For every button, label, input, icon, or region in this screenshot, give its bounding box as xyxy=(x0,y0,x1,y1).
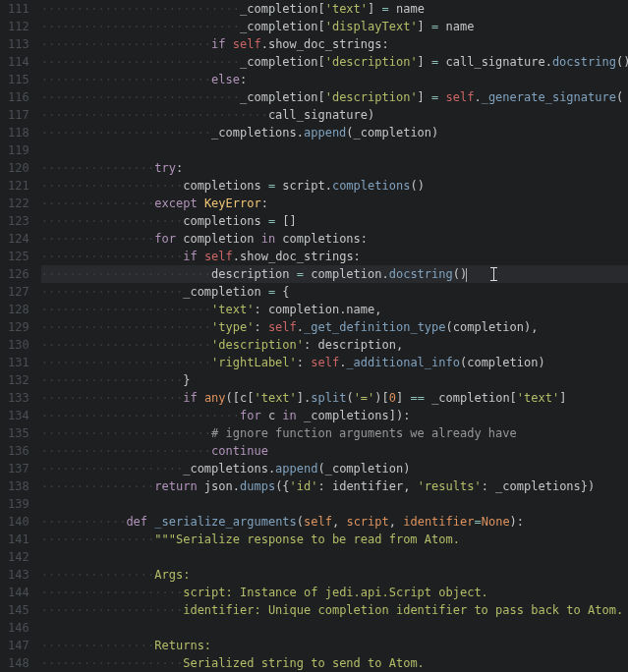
code-line[interactable] xyxy=(41,495,628,513)
code-line[interactable]: ························else: xyxy=(41,71,628,88)
code-line[interactable]: ····························_completion[… xyxy=(41,18,628,35)
indent-guides: ························ xyxy=(41,426,211,440)
line-number: 127 xyxy=(8,283,29,301)
token-var xyxy=(438,90,445,104)
token-str: 'rightLabel' xyxy=(211,356,297,369)
code-line[interactable]: ····························_completion[… xyxy=(41,53,628,71)
token-var: ] xyxy=(418,20,431,33)
token-param: script xyxy=(346,515,388,529)
code-area[interactable]: ····························_completion[… xyxy=(41,0,628,672)
token-fn: completions xyxy=(332,179,410,193)
code-line[interactable]: ················return json.dumps({'id':… xyxy=(41,477,628,495)
code-line[interactable]: ································call_sig… xyxy=(41,106,628,124)
code-line[interactable]: ····················if any([c['text'].sp… xyxy=(41,389,628,407)
token-var: )[ xyxy=(374,391,388,405)
line-number: 133 xyxy=(8,389,29,407)
token-str: 'text' xyxy=(325,2,368,16)
code-line[interactable]: ····················_completions.append(… xyxy=(41,460,628,477)
line-number: 122 xyxy=(8,195,29,212)
token-kw: for xyxy=(154,232,176,246)
token-kw: else xyxy=(211,73,240,86)
vertical-scrollbar[interactable] xyxy=(618,0,628,672)
token-var: ([c[ xyxy=(226,391,255,405)
code-line[interactable]: ················for completion in comple… xyxy=(41,230,628,248)
indent-guides: ···················· xyxy=(41,656,184,670)
line-number: 130 xyxy=(8,336,29,354)
line-number: 120 xyxy=(8,159,29,177)
code-line[interactable]: ····························for c in _co… xyxy=(41,407,628,424)
code-line[interactable]: ····················script: Instance of … xyxy=(41,584,628,601)
code-line[interactable]: ····················identifier: Unique c… xyxy=(41,601,628,619)
code-line[interactable]: ····················completions = script… xyxy=(41,177,628,195)
code-line[interactable]: ················except KeyError: xyxy=(41,195,628,212)
token-fn: _get_definition_type xyxy=(304,320,446,334)
token-var: completions: xyxy=(275,232,368,246)
indent-guides: ························ xyxy=(41,356,211,369)
code-line[interactable]: ················Args: xyxy=(41,566,628,584)
code-line[interactable]: ················try: xyxy=(41,159,628,177)
line-number: 148 xyxy=(8,654,29,672)
code-line[interactable]: ························'type': self._ge… xyxy=(41,318,628,336)
token-var xyxy=(198,250,204,263)
mouse-ibeam-cursor-icon xyxy=(489,267,499,281)
code-line[interactable] xyxy=(41,619,628,637)
token-var: ] xyxy=(418,55,431,69)
line-number: 117 xyxy=(8,106,29,124)
line-number: 112 xyxy=(8,18,29,35)
code-line[interactable]: ························# ignore functio… xyxy=(41,424,628,442)
line-number: 135 xyxy=(8,424,29,442)
token-str: '=' xyxy=(354,391,375,405)
indent-guides: ············ xyxy=(41,515,127,529)
token-var: show_doc_strings: xyxy=(268,37,389,51)
token-type: KeyError xyxy=(204,196,261,210)
indent-guides: ···················· xyxy=(41,603,184,617)
token-str: 'displayText' xyxy=(325,20,418,33)
token-kw: try xyxy=(154,161,176,175)
code-line[interactable]: ····················_completion = { xyxy=(41,283,628,301)
code-line[interactable]: ························_completions.app… xyxy=(41,124,628,141)
indent-guides: ···················· xyxy=(41,285,184,299)
token-str: Args: xyxy=(154,568,190,582)
code-line[interactable]: ························'rightLabel': se… xyxy=(41,354,628,371)
code-line[interactable]: ····························_completion[… xyxy=(41,88,628,106)
code-line[interactable]: ························if self.show_doc… xyxy=(41,35,628,53)
token-var: call_signature) xyxy=(268,108,374,122)
token-param: self xyxy=(304,515,332,529)
code-line[interactable]: ························description = co… xyxy=(41,265,628,283)
line-number: 115 xyxy=(8,71,29,88)
token-var: _completion xyxy=(183,285,268,299)
code-line[interactable] xyxy=(41,141,628,159)
code-line[interactable]: ····················} xyxy=(41,371,628,389)
token-var: .show_doc_strings: xyxy=(233,250,361,263)
line-number: 131 xyxy=(8,354,29,371)
token-var: : xyxy=(261,196,268,210)
code-line[interactable]: ················Returns: xyxy=(41,637,628,654)
indent-guides: ················ xyxy=(41,232,155,246)
token-var xyxy=(198,196,204,210)
token-num: 0 xyxy=(389,391,396,405)
token-var: (_completion) xyxy=(346,126,438,140)
indent-guides: ···················· xyxy=(41,250,184,263)
code-editor[interactable]: 1111121131141151161171181191201211221231… xyxy=(0,0,628,672)
indent-guides: ························ xyxy=(41,126,211,140)
code-line[interactable]: ················"""Serialize response to… xyxy=(41,531,628,548)
code-line[interactable]: ····················Serialized string to… xyxy=(41,654,628,672)
indent-guides: ···························· xyxy=(41,409,240,422)
line-number: 142 xyxy=(8,548,29,566)
code-line[interactable]: ····················if self.show_doc_str… xyxy=(41,248,628,265)
token-op: = xyxy=(382,2,389,16)
code-line[interactable]: ····················completions = [] xyxy=(41,212,628,230)
token-var: . xyxy=(297,320,304,334)
code-line[interactable]: ············def _serialize_arguments(sel… xyxy=(41,513,628,531)
code-line[interactable]: ························continue xyxy=(41,442,628,460)
token-kw: for xyxy=(240,409,261,422)
indent-guides: ························ xyxy=(41,73,211,86)
code-line[interactable]: ························'text': completi… xyxy=(41,301,628,318)
token-var: script. xyxy=(275,179,332,193)
line-number: 116 xyxy=(8,88,29,106)
code-line[interactable] xyxy=(41,548,628,566)
line-number: 118 xyxy=(8,124,29,141)
token-str: 'id' xyxy=(290,479,318,493)
code-line[interactable]: ························'description': d… xyxy=(41,336,628,354)
code-line[interactable]: ····························_completion[… xyxy=(41,0,628,18)
